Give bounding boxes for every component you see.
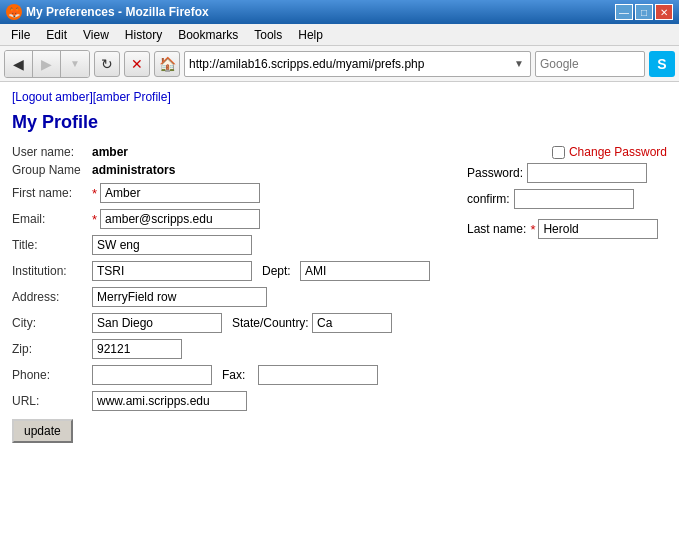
menu-tools[interactable]: Tools	[247, 25, 289, 45]
city-state-row: City: State/Country:	[12, 313, 437, 333]
password-input[interactable]	[527, 163, 647, 183]
window-controls: — □ ✕	[615, 4, 673, 20]
page-title: My Profile	[12, 112, 667, 133]
dept-label: Dept:	[262, 264, 300, 278]
address-label: Address:	[12, 290, 92, 304]
lastname-row: Password:	[467, 163, 667, 183]
groupname-value: administrators	[92, 163, 175, 177]
lastname-label: Last name:	[467, 222, 526, 236]
profile-link[interactable]: [amber Profile]	[93, 90, 171, 104]
close-button[interactable]: ✕	[655, 4, 673, 20]
institution-dept-row: Institution: Dept:	[12, 261, 437, 281]
email-input[interactable]	[100, 209, 260, 229]
phone-fax-row: Phone: Fax:	[12, 365, 437, 385]
groupname-row: Group Name administrators	[12, 163, 437, 177]
toolbar: ◀ ▶ ▼ ↻ ✕ 🏠 ▼ 🔍 S	[0, 46, 679, 82]
fax-input[interactable]	[258, 365, 378, 385]
title-input[interactable]	[92, 235, 252, 255]
address-row: Address:	[12, 287, 437, 307]
search-bar[interactable]: 🔍	[535, 51, 645, 77]
menu-bar: File Edit View History Bookmarks Tools H…	[0, 24, 679, 46]
city-input[interactable]	[92, 313, 222, 333]
menu-history[interactable]: History	[118, 25, 169, 45]
url-input[interactable]	[92, 391, 247, 411]
firstname-label: First name:	[12, 186, 92, 200]
maximize-button[interactable]: □	[635, 4, 653, 20]
page-content: [Logout amber][amber Profile] My Profile…	[0, 82, 679, 540]
dept-input[interactable]	[300, 261, 430, 281]
lastname-section: Last name: *	[467, 219, 667, 239]
email-row: Email: *	[12, 209, 437, 229]
email-label-text: Email:	[12, 212, 45, 226]
update-section: update	[12, 419, 437, 443]
title-bar: 🦊 My Preferences - Mozilla Firefox — □ ✕	[0, 0, 679, 24]
email-label: Email:	[12, 212, 92, 226]
fax-label: Fax:	[222, 368, 258, 382]
phone-label: Phone:	[12, 368, 92, 382]
menu-help[interactable]: Help	[291, 25, 330, 45]
menu-view[interactable]: View	[76, 25, 116, 45]
update-button[interactable]: update	[12, 419, 73, 443]
state-label: State/Country:	[232, 316, 312, 330]
institution-label: Institution:	[12, 264, 92, 278]
skype-button[interactable]: S	[649, 51, 675, 77]
username-row: User name: amber	[12, 145, 437, 159]
form-area: User name: amber Group Name administrato…	[12, 145, 667, 443]
title-bar-left: 🦊 My Preferences - Mozilla Firefox	[6, 4, 209, 20]
firefox-icon: 🦊	[6, 4, 22, 20]
change-password-section: Change Password	[467, 145, 667, 159]
confirm-label-text: confirm:	[467, 192, 510, 206]
forward-button[interactable]: ▶	[33, 51, 61, 77]
title-row: Title:	[12, 235, 437, 255]
firstname-label-text: First name:	[12, 186, 72, 200]
username-value: amber	[92, 145, 128, 159]
minimize-button[interactable]: —	[615, 4, 633, 20]
groupname-label: Group Name	[12, 163, 92, 177]
zip-label: Zip:	[12, 342, 92, 356]
zip-input[interactable]	[92, 339, 182, 359]
menu-edit[interactable]: Edit	[39, 25, 74, 45]
dropdown-button[interactable]: ▼	[61, 51, 89, 77]
top-links: [Logout amber][amber Profile]	[12, 90, 667, 104]
address-dropdown-icon[interactable]: ▼	[512, 58, 526, 69]
email-required: *	[92, 212, 97, 227]
lastname-input[interactable]	[538, 219, 658, 239]
refresh-button[interactable]: ↻	[94, 51, 120, 77]
nav-group: ◀ ▶ ▼	[4, 50, 90, 78]
change-password-checkbox[interactable]	[552, 146, 565, 159]
form-left: User name: amber Group Name administrato…	[12, 145, 437, 443]
user-info: User name: amber Group Name administrato…	[12, 145, 437, 177]
url-label: URL:	[12, 394, 92, 408]
firstname-input[interactable]	[100, 183, 260, 203]
url-row: URL:	[12, 391, 437, 411]
firstname-row: First name: *	[12, 183, 437, 203]
back-button[interactable]: ◀	[5, 51, 33, 77]
address-input[interactable]	[189, 57, 512, 71]
address-input[interactable]	[92, 287, 267, 307]
confirm-input[interactable]	[514, 189, 634, 209]
city-label: City:	[12, 316, 92, 330]
institution-input[interactable]	[92, 261, 252, 281]
change-password-label: Change Password	[569, 145, 667, 159]
form-right: Change Password Password: confirm: Last …	[467, 145, 667, 443]
menu-file[interactable]: File	[4, 25, 37, 45]
home-button[interactable]: 🏠	[154, 51, 180, 77]
menu-bookmarks[interactable]: Bookmarks	[171, 25, 245, 45]
stop-button[interactable]: ✕	[124, 51, 150, 77]
title-label: Title:	[12, 238, 92, 252]
confirm-row: confirm:	[467, 189, 667, 209]
window-title: My Preferences - Mozilla Firefox	[26, 5, 209, 19]
password-label-text: Password:	[467, 166, 523, 180]
username-label: User name:	[12, 145, 92, 159]
logout-link[interactable]: [Logout amber]	[12, 90, 93, 104]
address-bar[interactable]: ▼	[184, 51, 531, 77]
state-input[interactable]	[312, 313, 392, 333]
firstname-required: *	[92, 186, 97, 201]
zip-row: Zip:	[12, 339, 437, 359]
lastname-required: *	[530, 222, 535, 237]
phone-input[interactable]	[92, 365, 212, 385]
